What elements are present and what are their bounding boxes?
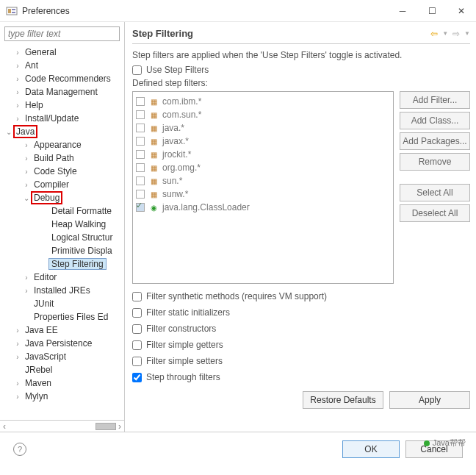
tree-node-label: Java	[13, 125, 37, 138]
tree-node-label: Java EE	[22, 324, 61, 337]
tree-node[interactable]: Heap Walking	[0, 218, 124, 231]
select-all-button[interactable]: Select All	[400, 184, 470, 201]
expand-icon[interactable]	[13, 340, 22, 348]
filter-item[interactable]: java.lang.ClassLoader	[136, 201, 390, 214]
tree-node[interactable]: Maven	[0, 376, 124, 390]
expand-icon[interactable]	[22, 168, 31, 176]
tree-node[interactable]: Appearance	[0, 138, 124, 151]
tree-node[interactable]: JavaScript	[0, 350, 124, 363]
expand-icon[interactable]	[13, 379, 22, 388]
ok-button[interactable]: OK	[342, 440, 400, 458]
tree-node[interactable]: JRebel	[0, 363, 124, 376]
tree-node[interactable]: Ant	[0, 59, 124, 72]
tree-node[interactable]: Build Path	[0, 151, 124, 165]
filter-item[interactable]: com.ibm.*	[136, 95, 390, 108]
filter-item[interactable]: sunw.*	[136, 188, 390, 201]
maximize-button[interactable]: ☐	[417, 0, 447, 22]
tree-node[interactable]: Code Recommenders	[0, 72, 124, 85]
expand-icon[interactable]	[22, 141, 31, 149]
filter-item-label: com.sun.*	[162, 110, 201, 120]
tree-node[interactable]: Mylyn	[0, 390, 124, 403]
window-title: Preferences	[22, 6, 388, 16]
horizontal-scrollbar[interactable]: ‹ ›	[0, 420, 124, 432]
filter-item[interactable]: javax.*	[136, 135, 390, 148]
expand-icon[interactable]	[22, 287, 31, 295]
tree-node[interactable]: General	[0, 46, 124, 59]
filter-item[interactable]: java.*	[136, 121, 390, 135]
tree-node[interactable]: Logical Structur	[0, 231, 124, 244]
filter-item-checkbox[interactable]	[136, 163, 145, 172]
expand-icon[interactable]	[13, 326, 22, 335]
step-through-checkbox[interactable]: Step through filters	[132, 372, 470, 382]
tree-node[interactable]: Code Style	[0, 165, 124, 178]
filter-item[interactable]: jrockit.*	[136, 148, 390, 161]
expand-icon[interactable]	[13, 62, 22, 70]
add-packages-button[interactable]: Add Packages...	[400, 132, 470, 150]
remove-button[interactable]: Remove	[400, 153, 470, 171]
filter-item-checkbox[interactable]	[136, 203, 145, 212]
filter-synthetic-checkbox[interactable]: Filter synthetic methods (requires VM su…	[132, 291, 470, 301]
expand-icon[interactable]	[22, 194, 31, 202]
tree-node[interactable]: Compiler	[0, 178, 124, 191]
add-filter-button[interactable]: Add Filter...	[400, 91, 470, 109]
tree-node-label: Appearance	[31, 138, 84, 151]
filter-input[interactable]	[4, 26, 120, 41]
filter-list[interactable]: com.ibm.*com.sun.*java.*javax.*jrockit.*…	[132, 91, 394, 284]
minimize-button[interactable]: ─	[388, 0, 417, 22]
filter-item-checkbox[interactable]	[136, 150, 145, 159]
tree-node[interactable]: Installed JREs	[0, 284, 124, 297]
tree-node[interactable]: Properties Files Ed	[0, 310, 124, 324]
filter-item-checkbox[interactable]	[136, 110, 145, 119]
tree-node[interactable]: Primitive Displa	[0, 244, 124, 257]
package-icon	[149, 124, 158, 132]
close-button[interactable]: ✕	[447, 0, 476, 22]
filter-constructors-checkbox[interactable]: Filter constructors	[132, 324, 470, 334]
expand-icon[interactable]	[4, 128, 13, 136]
filter-item-checkbox[interactable]	[136, 176, 145, 185]
expand-icon[interactable]	[13, 101, 22, 110]
expand-icon[interactable]	[13, 393, 22, 401]
apply-button[interactable]: Apply	[389, 391, 470, 409]
filter-item-checkbox[interactable]	[136, 190, 145, 199]
expand-icon[interactable]	[13, 353, 22, 361]
filter-setters-checkbox[interactable]: Filter simple setters	[132, 356, 470, 366]
chevron-down-icon[interactable]: ▼	[442, 30, 448, 37]
expand-icon[interactable]	[13, 49, 22, 57]
expand-icon[interactable]	[22, 274, 31, 282]
tree-node[interactable]: Help	[0, 99, 124, 112]
tree-node[interactable]: Java Persistence	[0, 337, 124, 350]
filter-item[interactable]: sun.*	[136, 174, 390, 188]
tree-node[interactable]: JUnit	[0, 297, 124, 310]
filter-static-checkbox[interactable]: Filter static initializers	[132, 307, 470, 318]
tree-node-label: JUnit	[31, 297, 57, 310]
tree-node[interactable]: Java	[0, 125, 124, 138]
use-step-filters-checkbox[interactable]: Use Step Filters	[132, 65, 470, 75]
tree-node[interactable]: Data Management	[0, 85, 124, 99]
chevron-down-icon[interactable]: ▼	[464, 30, 470, 37]
preferences-tree[interactable]: GeneralAntCode RecommendersData Manageme…	[0, 44, 124, 420]
expand-icon[interactable]	[13, 115, 22, 123]
filter-item-checkbox[interactable]	[136, 124, 145, 132]
tree-node[interactable]: Install/Update	[0, 112, 124, 125]
tree-node[interactable]: Java EE	[0, 324, 124, 337]
expand-icon[interactable]	[22, 154, 31, 162]
tree-node[interactable]: Detail Formatte	[0, 204, 124, 218]
add-class-button[interactable]: Add Class...	[400, 112, 470, 129]
filter-item-checkbox[interactable]	[136, 97, 145, 106]
tree-node[interactable]: Debug	[0, 191, 124, 204]
deselect-all-button[interactable]: Deselect All	[400, 204, 470, 222]
filter-item[interactable]: org.omg.*	[136, 161, 390, 174]
filter-item[interactable]: com.sun.*	[136, 108, 390, 121]
tree-node[interactable]: Step Filtering	[0, 257, 124, 271]
filter-getters-checkbox[interactable]: Filter simple getters	[132, 340, 470, 350]
expand-icon[interactable]	[13, 88, 22, 96]
help-icon[interactable]: ?	[13, 443, 26, 456]
nav-forward-icon[interactable]: ⇨	[452, 29, 460, 39]
filter-item-checkbox[interactable]	[136, 137, 145, 146]
restore-defaults-button[interactable]: Restore Defaults	[303, 391, 383, 409]
expand-icon[interactable]	[22, 181, 31, 189]
expand-icon[interactable]	[13, 75, 22, 83]
nav-back-icon[interactable]: ⇦	[430, 29, 438, 39]
filter-item-label: javax.*	[162, 136, 189, 146]
tree-node[interactable]: Editor	[0, 271, 124, 284]
